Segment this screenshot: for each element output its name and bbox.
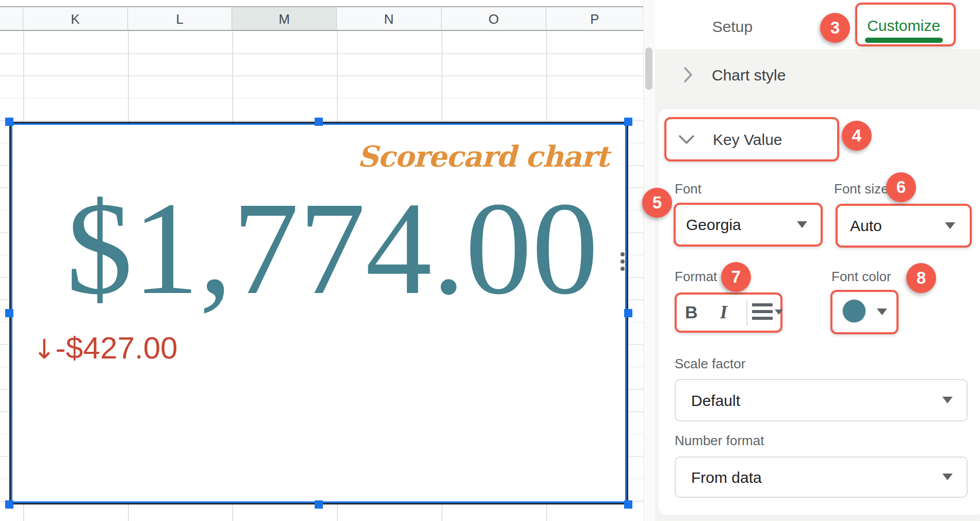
scale-factor-value: Default	[691, 393, 740, 409]
chevron-down-icon[interactable]	[678, 134, 695, 145]
down-arrow-icon: ↓	[33, 334, 56, 365]
format-label: Format	[675, 269, 717, 284]
highlight-box-customize	[855, 3, 956, 46]
section-chart-style[interactable]: Chart style	[712, 66, 786, 85]
align-icon	[752, 317, 773, 320]
column-header-p[interactable]: P	[546, 6, 643, 31]
column-header-m[interactable]: M	[232, 6, 337, 31]
selection-handle[interactable]	[624, 118, 632, 126]
section-key-value[interactable]: Key Value	[713, 131, 782, 149]
number-format-value: From data	[691, 469, 762, 486]
chevron-right-icon[interactable]	[683, 66, 693, 84]
chart-title: Scorecard chart	[357, 139, 609, 173]
tab-setup[interactable]: Setup	[701, 15, 763, 38]
selection-handle[interactable]	[624, 309, 632, 317]
chart-change-value: ↓-$427.00	[33, 330, 177, 366]
align-icon[interactable]	[752, 303, 773, 306]
font-size-dropdown-value: Auto	[850, 218, 882, 234]
dropdown-arrow-icon[interactable]	[877, 308, 887, 315]
bold-button[interactable]: B	[685, 302, 698, 322]
annotation-badge-8: 8	[906, 263, 936, 293]
selection-handle[interactable]	[315, 500, 323, 509]
font-color-swatch[interactable]	[842, 299, 866, 323]
font-size-label: Font size	[834, 182, 889, 196]
font-dropdown-value: Georgia	[686, 217, 741, 233]
sheet-scrollbar-thumb[interactable]	[645, 47, 652, 90]
annotation-badge-3: 3	[820, 13, 850, 43]
align-caret-icon[interactable]	[775, 310, 783, 315]
font-color-label: Font color	[831, 269, 891, 284]
align-icon	[752, 310, 773, 313]
chart-key-value: $1,774.00	[66, 195, 598, 302]
selection-handle[interactable]	[5, 309, 13, 317]
font-label: Font	[675, 182, 701, 196]
column-header-l[interactable]: L	[128, 6, 232, 31]
dropdown-arrow-icon[interactable]	[942, 397, 953, 403]
column-header-k[interactable]: K	[23, 6, 128, 31]
annotation-badge-5: 5	[642, 188, 672, 218]
number-format-label: Number format	[675, 433, 764, 448]
dropdown-arrow-icon[interactable]	[942, 474, 953, 480]
selection-handle[interactable]	[5, 500, 13, 509]
toolbar-divider	[746, 300, 747, 326]
scale-factor-label: Scale factor	[675, 356, 745, 371]
selection-handle[interactable]	[624, 500, 632, 509]
selection-handle[interactable]	[315, 118, 323, 126]
annotation-badge-7: 7	[721, 262, 751, 292]
column-header-partial[interactable]	[0, 6, 23, 31]
column-header-n[interactable]: N	[337, 6, 442, 31]
dropdown-arrow-icon[interactable]	[945, 222, 955, 229]
selection-handle[interactable]	[5, 118, 13, 126]
annotation-badge-4: 4	[842, 121, 872, 151]
dropdown-arrow-icon[interactable]	[797, 221, 807, 228]
sheets-chart-editor-screen: K L M N O P Scorecard chart $1,774.00 ↓-…	[0, 0, 980, 521]
column-header-o[interactable]: O	[442, 6, 546, 31]
chart-kebab-menu-icon[interactable]	[620, 252, 625, 271]
annotation-badge-6: 6	[886, 172, 916, 202]
italic-button[interactable]: I	[720, 301, 727, 323]
